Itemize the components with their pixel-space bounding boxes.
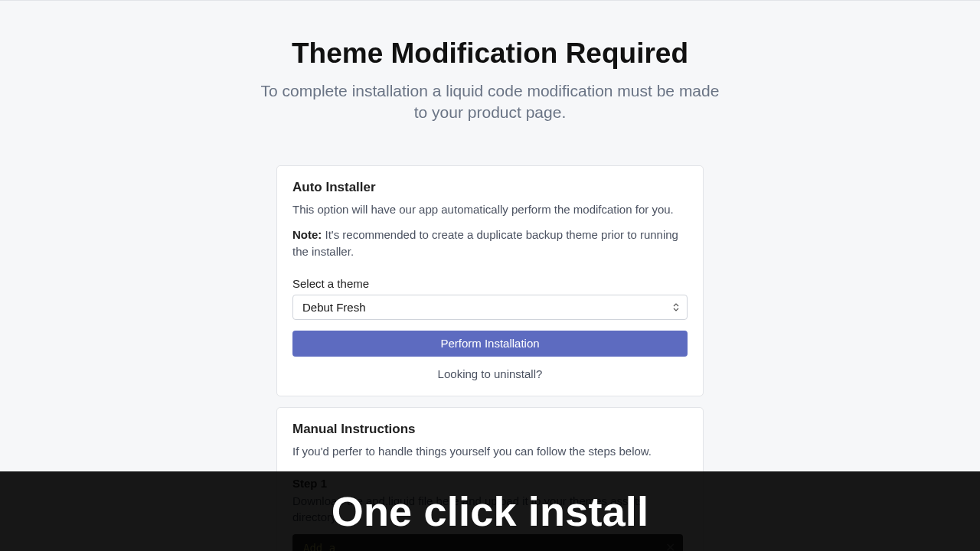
page-subtitle: To complete installation a liquid code m…	[260, 80, 720, 124]
overlay-banner: One click install	[0, 471, 980, 551]
theme-select-label: Select a theme	[292, 277, 688, 290]
auto-installer-note: Note: It's recommended to create a dupli…	[292, 227, 688, 260]
manual-instructions-description: If you'd perfer to handle things yoursel…	[292, 443, 688, 460]
uninstall-link[interactable]: Looking to uninstall?	[292, 367, 688, 380]
manual-instructions-title: Manual Instructions	[292, 422, 688, 437]
auto-installer-title: Auto Installer	[292, 180, 688, 195]
perform-installation-button[interactable]: Perform Installation	[292, 331, 688, 357]
auto-installer-card: Auto Installer This option will have our…	[276, 165, 704, 396]
auto-installer-description: This option will have our app automatica…	[292, 201, 688, 218]
note-label: Note:	[292, 228, 322, 241]
theme-select[interactable]: Debut Fresh	[292, 295, 688, 320]
note-text: It's recommended to create a duplicate b…	[292, 228, 678, 258]
page-title: Theme Modification Required	[292, 37, 688, 70]
overlay-banner-text: One click install	[332, 487, 649, 535]
theme-select-value[interactable]: Debut Fresh	[292, 295, 688, 320]
